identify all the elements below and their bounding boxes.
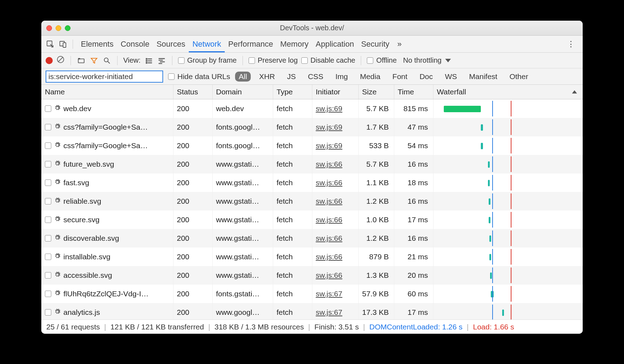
search-icon[interactable]	[102, 56, 111, 65]
waterfall-cell	[437, 139, 579, 153]
tab-security[interactable]: Security	[358, 36, 393, 52]
cell-status: 200	[173, 229, 212, 248]
row-checkbox[interactable]	[45, 217, 51, 223]
clear-button[interactable]	[56, 55, 65, 66]
status-resources: 318 KB / 1.3 MB resources	[214, 323, 304, 331]
row-checkbox[interactable]	[45, 124, 51, 130]
cell-type: fetch	[273, 155, 312, 173]
row-checkbox[interactable]	[45, 254, 51, 260]
table-row[interactable]: css?family=Google+Sa…200fonts.googl…fetc…	[41, 118, 583, 136]
col-time[interactable]: Time	[394, 85, 433, 99]
table-row[interactable]: web.dev200web.devfetchsw.js:695.7 KB815 …	[41, 99, 583, 118]
cell-size: 1.7 KB	[358, 118, 394, 136]
filter-type-xhr[interactable]: XHR	[256, 72, 279, 82]
row-checkbox[interactable]	[45, 180, 51, 186]
filter-icon[interactable]	[89, 56, 99, 65]
initiator-link[interactable]: sw.js:69	[316, 141, 343, 150]
filter-type-all[interactable]: All	[235, 72, 250, 82]
table-row[interactable]: accessible.svg200www.gstati…fetchsw.js:6…	[41, 266, 583, 285]
table-row[interactable]: fast.svg200www.gstati…fetchsw.js:661.1 K…	[41, 173, 583, 192]
initiator-link[interactable]: sw.js:66	[316, 160, 343, 168]
request-name: flUhRq6tzZclQEJ-Vdg-I…	[63, 290, 149, 298]
tab-elements[interactable]: Elements	[77, 36, 117, 52]
initiator-link[interactable]: sw.js:67	[316, 290, 343, 298]
row-checkbox[interactable]	[45, 309, 51, 316]
filter-type-img[interactable]: Img	[332, 72, 352, 82]
table-row[interactable]: flUhRq6tzZclQEJ-Vdg-I…200fonts.gstati…fe…	[41, 285, 583, 303]
col-size[interactable]: Size	[358, 85, 394, 99]
col-status[interactable]: Status	[173, 85, 212, 99]
filter-type-media[interactable]: Media	[357, 72, 384, 82]
filter-type-font[interactable]: Font	[389, 72, 411, 82]
filter-type-manifest[interactable]: Manifest	[466, 72, 501, 82]
row-checkbox[interactable]	[45, 235, 51, 241]
col-type[interactable]: Type	[273, 85, 312, 99]
hide-data-urls-checkbox[interactable]: Hide data URLs	[168, 72, 230, 81]
large-rows-icon[interactable]	[144, 56, 154, 65]
waterfall-cell	[437, 194, 579, 208]
table-row[interactable]: analytics.js200www.googl…fetchsw.js:6717…	[41, 303, 583, 319]
tab-memory[interactable]: Memory	[277, 36, 312, 52]
overview-icon[interactable]	[157, 56, 166, 65]
filter-input[interactable]	[46, 71, 163, 83]
table-row[interactable]: reliable.svg200www.gstati…fetchsw.js:661…	[41, 192, 583, 210]
table-row[interactable]: secure.svg200www.gstati…fetchsw.js:661.0…	[41, 210, 583, 229]
row-checkbox[interactable]	[45, 161, 51, 167]
table-row[interactable]: installable.svg200www.gstati…fetchsw.js:…	[41, 248, 583, 266]
capture-screenshots-icon[interactable]	[77, 56, 86, 65]
inspect-icon[interactable]	[45, 39, 56, 50]
cell-type: fetch	[273, 173, 312, 192]
row-checkbox[interactable]	[45, 142, 51, 149]
tab-performance[interactable]: Performance	[225, 36, 277, 52]
initiator-link[interactable]: sw.js:66	[316, 197, 343, 205]
cell-time: 20 ms	[394, 266, 433, 285]
initiator-link[interactable]: sw.js:66	[316, 178, 343, 187]
filter-type-js[interactable]: JS	[284, 72, 300, 82]
row-checkbox[interactable]	[45, 105, 51, 112]
col-initiator[interactable]: Initiator	[312, 85, 358, 99]
row-checkbox[interactable]	[45, 291, 51, 297]
svg-point-7	[104, 58, 108, 62]
initiator-link[interactable]: sw.js:67	[316, 308, 343, 316]
throttling-select[interactable]: No throttling	[403, 56, 451, 64]
svg-rect-18	[158, 63, 162, 64]
initiator-link[interactable]: sw.js:66	[316, 271, 343, 279]
device-mode-icon[interactable]	[58, 39, 68, 50]
tab-application[interactable]: Application	[312, 36, 358, 52]
svg-line-4	[58, 57, 63, 62]
initiator-link[interactable]: sw.js:69	[316, 104, 343, 113]
initiator-link[interactable]: sw.js:66	[316, 215, 343, 224]
cell-domain: web.dev	[212, 99, 273, 118]
col-waterfall[interactable]: Waterfall	[433, 85, 583, 99]
initiator-link[interactable]: sw.js:69	[316, 123, 343, 131]
tab-network[interactable]: Network	[189, 36, 225, 52]
status-bar: 25 / 61 requests| 121 KB / 121 KB transf…	[41, 319, 583, 334]
filter-type-ws[interactable]: WS	[441, 72, 461, 82]
view-label: View:	[123, 56, 141, 64]
cell-size: 57.9 KB	[358, 285, 394, 303]
more-menu-icon[interactable]: ⋮	[567, 40, 579, 49]
group-by-frame-checkbox[interactable]: Group by frame	[178, 56, 237, 64]
initiator-link[interactable]: sw.js:66	[316, 234, 343, 242]
row-checkbox[interactable]	[45, 272, 51, 279]
request-name: css?family=Google+Sa…	[63, 141, 148, 150]
table-row[interactable]: css?family=Google+Sa…200fonts.googl…fetc…	[41, 136, 583, 155]
cell-status: 200	[173, 118, 212, 136]
row-checkbox[interactable]	[45, 198, 51, 204]
filter-type-css[interactable]: CSS	[304, 72, 327, 82]
col-domain[interactable]: Domain	[212, 85, 273, 99]
initiator-link[interactable]: sw.js:66	[316, 253, 343, 261]
cell-size: 1.0 KB	[358, 210, 394, 229]
filter-type-other[interactable]: Other	[506, 72, 532, 82]
record-button[interactable]	[46, 57, 53, 64]
tab-console[interactable]: Console	[117, 36, 153, 52]
filter-type-doc[interactable]: Doc	[416, 72, 436, 82]
offline-checkbox[interactable]: Offline	[367, 56, 396, 64]
col-name[interactable]: Name	[41, 85, 173, 99]
disable-cache-checkbox[interactable]: Disable cache	[301, 56, 355, 64]
preserve-log-checkbox[interactable]: Preserve log	[249, 56, 298, 64]
tab-sources[interactable]: Sources	[153, 36, 189, 52]
table-row[interactable]: future_web.svg200www.gstati…fetchsw.js:6…	[41, 155, 583, 173]
more-tabs-icon[interactable]: »	[397, 40, 401, 49]
table-row[interactable]: discoverable.svg200www.gstati…fetchsw.js…	[41, 229, 583, 248]
